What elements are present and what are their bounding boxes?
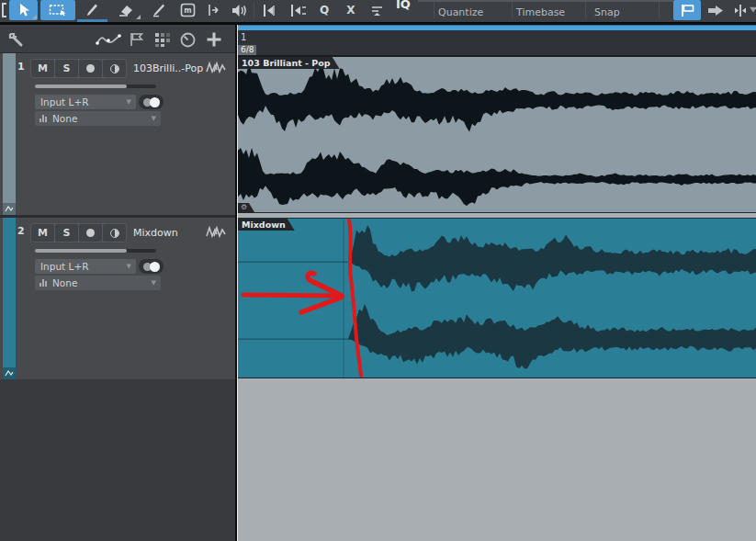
track-button-group: M S [30,59,127,78]
bar-number-label: 1 [241,32,246,42]
automation-badge-icon[interactable] [3,367,16,379]
stack-tool-button[interactable] [366,0,388,20]
track-header-1[interactable]: 1 M S 103Brilli..-Pop Input L+R ▼ [0,53,235,215]
timestretch-button[interactable] [729,0,751,20]
input-select[interactable]: Input L+R ▼ [35,95,136,109]
range-tool-button[interactable] [40,0,75,20]
arrange-empty-area[interactable] [238,379,756,541]
overflow-chevron-icon[interactable] [750,0,756,20]
stereo-toggle[interactable] [139,259,164,274]
bend-marker-right-button[interactable] [287,0,310,20]
clock-icon[interactable] [180,32,196,51]
levels-icon [39,279,47,287]
insert-select-value: None [47,113,152,124]
timeline-ruler[interactable]: 1 6/8 [238,30,756,56]
mute-button[interactable]: M [31,224,54,242]
chevron-down-icon: ▼ [127,98,136,106]
time-signature-badge[interactable]: 6/8 [238,45,256,55]
listen-tool-button[interactable] [227,0,251,20]
waveform-view-icon[interactable] [206,61,226,78]
autoscroll-button[interactable] [704,0,728,20]
arrange-view[interactable]: 1 6/8 103 Brilliant - Pop ⚙ Mixdown [238,25,756,541]
mute-button[interactable]: M [31,60,54,77]
knife-tool-button[interactable] [144,0,173,20]
record-arm-button[interactable] [79,60,102,77]
record-arm-button[interactable] [79,224,102,242]
waveform-view-icon[interactable] [206,225,226,242]
eraser-tool-button[interactable] [109,0,141,20]
track-number: 1 [17,61,28,73]
toolbar-separator [434,2,434,18]
quantize-dropdown-label[interactable]: Quantize [438,6,483,18]
record-icon [86,229,95,237]
track-name[interactable]: Mixdown [133,227,178,239]
record-icon [86,64,95,73]
main-toolbar: m Q [0,0,756,22]
tool-variant-corner [136,15,141,19]
x-tool-glyph: X [346,4,355,17]
waveform-track-2 [238,219,756,378]
paint-tool-button[interactable] [78,0,107,20]
volume-fill [35,85,127,88]
cutoff-dropdowns-strip [418,0,673,2]
audio-clip-mixdown[interactable]: Mixdown [238,218,756,378]
input-select[interactable]: Input L+R ▼ [35,259,136,274]
quantize-tool-button[interactable]: Q [313,0,335,20]
track-header-2[interactable]: 2 M S Mixdown Input L+R ▼ [0,218,235,379]
chevron-down-icon: ▼ [127,263,136,270]
bend-tool-button[interactable] [202,0,226,20]
toolbar-separator [659,2,660,18]
chevron-down-icon: ▼ [152,115,161,122]
monitor-button[interactable] [103,224,126,242]
timebase-dropdown-label[interactable]: Timebase [516,6,565,18]
mute-tool-glyph: m [184,6,191,15]
automation-badge-icon[interactable] [3,203,16,215]
mute-tool-button[interactable]: m [175,0,200,20]
insert-select[interactable]: None ▼ [35,111,161,126]
track-number: 2 [17,225,28,237]
toolbar-separator [254,2,254,18]
track-button-group: M S [30,223,127,242]
input-select-value: Input L+R [35,261,127,272]
volume-slider[interactable] [35,85,156,88]
marker-flag-icon[interactable] [129,32,144,51]
wrench-icon[interactable] [7,31,25,51]
toolbar-separator [512,2,513,18]
insert-select[interactable]: None ▼ [35,276,161,290]
solo-button[interactable]: S [55,224,78,242]
snap-dropdown-label[interactable]: Snap [594,6,620,18]
layers-grid-icon[interactable] [154,32,171,51]
track-list-toolbar [0,25,235,53]
levels-icon [39,115,47,122]
track-list-panel: 1 M S 103Brilli..-Pop Input L+R ▼ [0,25,235,541]
marker-flag-button[interactable] [673,0,701,20]
automation-icon[interactable] [96,33,123,51]
track-color-strip[interactable] [3,218,16,379]
waveform-track-1 [238,57,756,213]
track-color-strip[interactable] [3,53,16,215]
add-track-icon[interactable] [206,31,222,51]
clip-label[interactable]: Mixdown [238,219,295,231]
monitor-icon [110,64,119,73]
iq-label: IQ [396,0,411,11]
volume-slider[interactable] [35,249,156,253]
monitor-icon [110,229,119,238]
edge-bracket-icon [0,0,7,20]
stereo-toggle[interactable] [139,95,164,109]
toolbar-separator [585,2,586,18]
bend-marker-left-button[interactable] [258,0,282,20]
crossfade-tool-button[interactable]: X [340,0,362,20]
input-select-value: Input L+R [35,96,127,107]
studio-one-window: m Q [0,0,756,541]
q-tool-glyph: Q [320,4,329,17]
arrange-left-edge [237,25,238,541]
track-name[interactable]: 103Brilli..-Pop [133,62,203,74]
monitor-button[interactable] [103,60,126,77]
solo-button[interactable]: S [55,60,78,77]
audio-clip-brilliant-pop[interactable]: 103 Brilliant - Pop ⚙ [238,56,756,213]
tool-variant-corner [32,15,37,19]
insert-select-value: None [47,277,152,288]
arrow-tool-button[interactable] [9,0,38,20]
volume-fill [35,249,127,253]
clip-label[interactable]: 103 Brilliant - Pop [238,57,340,69]
